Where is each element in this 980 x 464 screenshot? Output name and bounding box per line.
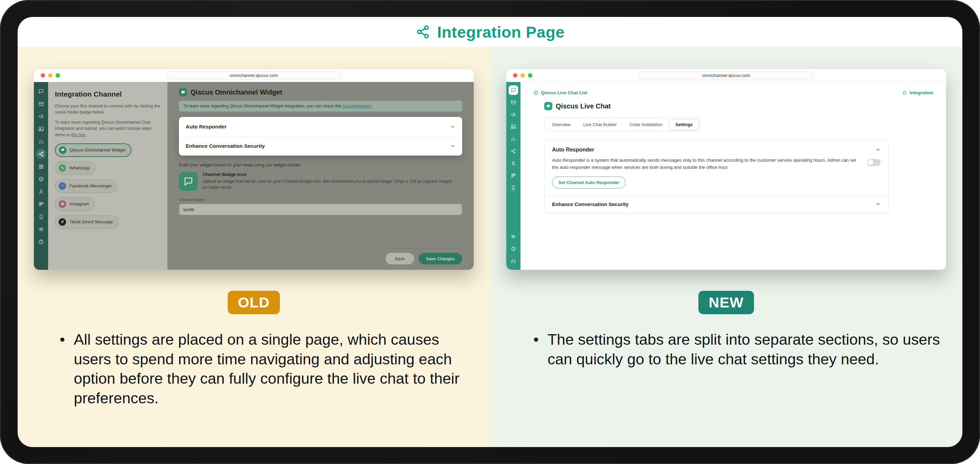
channel-panel-tutorial: To learn more regarding Qiscus Omnichann… [55, 119, 161, 138]
channel-option[interactable]: Facebook Messenger [55, 179, 118, 193]
qiscus-icon [59, 147, 67, 154]
help-icon[interactable] [509, 244, 518, 254]
new-main: Qiscus Live Chat List Integration [520, 82, 946, 270]
settings-accordion-card: Auto Responder Enhance Conversation Secu… [179, 117, 462, 156]
auto-responder-header[interactable]: Auto Responder [552, 147, 881, 153]
accordion-row[interactable]: Enhance Conversation Security [179, 136, 462, 156]
megaphone-icon[interactable] [36, 111, 46, 121]
breadcrumb: Qiscus Live Chat List Integration [531, 90, 933, 95]
mobile-icon[interactable] [36, 212, 46, 222]
new-app-sidebar [506, 82, 520, 270]
channel-panel-intro: Choose your first channel to connect wit… [55, 103, 161, 115]
new-address-bar[interactable]: omnichannel.qiscus.com [638, 71, 814, 80]
chat-icon[interactable] [509, 85, 518, 95]
mail-icon[interactable] [36, 99, 46, 109]
help-icon[interactable] [36, 237, 46, 247]
this-link[interactable]: this link. [71, 132, 86, 137]
integration-icon[interactable] [36, 149, 46, 159]
badge-icon-title: Channel Badge Icon [203, 172, 453, 177]
old-footer-actions: Back Save Changes [179, 248, 462, 265]
accordion-row[interactable]: Auto Responder [179, 117, 462, 136]
image-icon[interactable] [509, 122, 518, 131]
builder-note: Build your widget based on your need usi… [179, 163, 462, 167]
new-description: • The settings tabs are split into separ… [533, 330, 950, 369]
close-button[interactable] [513, 73, 517, 78]
tab[interactable]: Overview [546, 119, 577, 130]
new-section: omnichannel.qiscus.com [490, 47, 963, 447]
tab[interactable]: Code Installation [623, 119, 669, 130]
channel-name-field: Channel Name [179, 194, 462, 215]
auto-responder-card: Auto Responder Auto Responder is a syste… [544, 140, 889, 213]
channel-option[interactable]: WhatsApp [55, 161, 95, 175]
channel-list: Qiscus Omnichannel Widget WhatsApp [55, 144, 161, 229]
channel-panel-title: Integration Channel [55, 90, 161, 98]
window-controls [41, 73, 60, 78]
chart-icon[interactable] [509, 134, 518, 144]
tab[interactable]: Settings [669, 119, 699, 130]
channel-name-input[interactable] [179, 204, 462, 215]
old-main-title-row: Qiscus Omnichannel Widget [179, 88, 462, 96]
old-app-content: Integration Channel Choose your first ch… [34, 82, 474, 270]
channel-name-label: Channel Name [179, 198, 462, 202]
minimize-button[interactable] [520, 73, 525, 78]
integration-channel-panel: Integration Channel Choose your first ch… [48, 82, 167, 270]
mobile-icon[interactable] [509, 183, 518, 193]
chat-icon[interactable] [36, 86, 46, 96]
new-browser-window: omnichannel.qiscus.com [506, 69, 946, 270]
auto-responder-toggle[interactable] [867, 159, 881, 166]
integration-icon [415, 24, 431, 40]
back-button[interactable]: Back [386, 253, 414, 265]
back-to-live-chat-list[interactable]: Qiscus Live Chat List [533, 90, 587, 95]
enhance-security-row[interactable]: Enhance Conversation Security [544, 195, 888, 213]
new-page-title: Qiscus Live Chat [556, 102, 611, 110]
qiscus-widget-icon [179, 88, 187, 96]
old-main-title: Qiscus Omnichannel Widget [191, 88, 282, 96]
documentation-link[interactable]: Documentation. [343, 104, 373, 108]
messenger-icon [59, 182, 66, 190]
chevron-down-icon [450, 144, 455, 149]
kanban-icon[interactable] [36, 199, 46, 209]
set-auto-responder-button[interactable]: Set Channel Auto Responder [552, 177, 625, 188]
megaphone-icon[interactable] [509, 110, 518, 119]
mail-icon[interactable] [509, 97, 518, 107]
new-app-content: Qiscus Live Chat List Integration [506, 82, 946, 270]
integration-breadcrumb[interactable]: Integration [902, 90, 933, 95]
old-section: omnichannel.qiscus.com [18, 47, 490, 447]
old-app-sidebar [34, 82, 48, 270]
channel-badge-icon [179, 172, 198, 191]
sliders-icon[interactable] [36, 224, 46, 234]
comparison-columns: omnichannel.qiscus.com [18, 47, 963, 447]
integration-icon[interactable] [509, 147, 518, 156]
chart-icon[interactable] [36, 136, 46, 147]
new-page-title-row: Qiscus Live Chat [544, 102, 889, 110]
device-frame: Integration Page omnichannel.qiscus.com [0, 0, 980, 464]
minimize-button[interactable] [48, 73, 52, 78]
documentation-banner: To learn more regarding Qiscus Omnichann… [179, 100, 462, 112]
channel-option[interactable]: Instagram [55, 197, 95, 211]
back-circle-icon [533, 90, 538, 95]
channel-option[interactable]: Tiktok Direct Message [55, 215, 119, 229]
tab[interactable]: Live Chat Builder [577, 119, 623, 130]
kanban-icon[interactable] [509, 171, 518, 180]
person-icon[interactable] [509, 159, 518, 168]
sliders-icon[interactable] [509, 232, 518, 241]
channel-option[interactable]: Qiscus Omnichannel Widget [55, 144, 132, 157]
old-badge: OLD [228, 291, 280, 314]
page-header: Integration Page [18, 17, 963, 47]
new-browser-chrome: omnichannel.qiscus.com [506, 69, 946, 82]
instagram-icon [59, 200, 66, 208]
image-icon[interactable] [36, 124, 46, 134]
grid-icon[interactable] [36, 161, 46, 172]
chevron-up-icon [875, 147, 881, 153]
home-icon [902, 90, 907, 95]
tiktok-icon [59, 218, 66, 226]
close-button[interactable] [41, 73, 45, 78]
save-changes-button[interactable]: Save Changes [418, 253, 462, 265]
zoom-button[interactable] [528, 73, 532, 78]
headset-icon[interactable] [509, 256, 518, 266]
chevron-down-icon [875, 201, 881, 207]
person-icon[interactable] [36, 187, 46, 196]
old-address-bar[interactable]: omnichannel.qiscus.com [166, 71, 342, 80]
zoom-button[interactable] [56, 73, 60, 78]
box-icon[interactable] [36, 174, 46, 184]
